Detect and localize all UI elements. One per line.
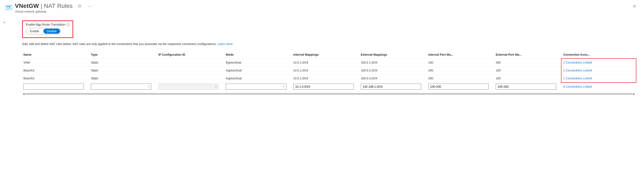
cell-intport: 200 bbox=[427, 74, 494, 82]
cell-name: Branch1 bbox=[22, 67, 90, 74]
ellipsis-icon: ··· bbox=[88, 4, 93, 8]
cell-type: Static bbox=[90, 59, 157, 67]
expand-panel-button[interactable]: » bbox=[2, 20, 6, 25]
cell-extmap: 100.0.2.0/24 bbox=[360, 67, 427, 74]
cell-intmap: 10.0.1.0/24 bbox=[292, 67, 360, 74]
bgp-toggle-section: Enable Bgp Route Translation i Enable Di… bbox=[22, 21, 73, 38]
scroll-right-icon: ▶ bbox=[632, 93, 636, 95]
connections-link[interactable]: 1 Connections Linked bbox=[563, 69, 592, 72]
cell-mode: IngressSnat bbox=[224, 74, 292, 82]
svg-rect-0 bbox=[6, 5, 12, 10]
scroll-track bbox=[25, 93, 632, 95]
connections-link[interactable]: 2 Connections Linked bbox=[563, 61, 592, 64]
cell-intmap: 10.0.1.0/24 bbox=[292, 74, 360, 82]
col-type[interactable]: Type bbox=[90, 51, 157, 59]
new-type-select[interactable]: ▽ bbox=[91, 84, 151, 89]
close-icon bbox=[632, 4, 636, 8]
bgp-disable-button[interactable]: Disable bbox=[44, 29, 60, 34]
cell-ipconf bbox=[157, 74, 224, 82]
col-ipconf[interactable]: IP Configuration ID bbox=[157, 51, 224, 59]
new-mode-select[interactable]: ▽ bbox=[226, 84, 286, 89]
chevron-down-icon: ▽ bbox=[283, 85, 284, 88]
table-row[interactable]: VNet Static EgressSnat 10.0.1.0/24 100.0… bbox=[22, 59, 636, 67]
description-text: Add, edit and delete NAT rules below. NA… bbox=[22, 42, 636, 46]
cell-extport: 200 bbox=[494, 59, 562, 67]
title-separator: | bbox=[39, 3, 44, 9]
new-extport-input[interactable] bbox=[496, 84, 556, 89]
bgp-enable-button[interactable]: Enable bbox=[26, 28, 43, 34]
cell-intport: 200 bbox=[427, 67, 494, 74]
learn-more-link[interactable]: Learn more bbox=[218, 42, 233, 46]
cell-intmap: 10.0.1.0/24 bbox=[292, 59, 360, 67]
connections-link[interactable]: 1 Connections Linked bbox=[563, 77, 592, 80]
table-row[interactable]: Branch2 Static IngressSnat 10.0.1.0/24 1… bbox=[22, 74, 636, 82]
table-header-row: Name Type IP Configuration ID Mode Inter… bbox=[22, 51, 636, 59]
cell-name: VNet bbox=[22, 59, 90, 67]
resource-type-subtitle: Virtual network gateway bbox=[15, 10, 636, 13]
more-button[interactable]: ··· bbox=[86, 3, 94, 9]
star-icon bbox=[78, 4, 82, 8]
chevron-down-icon: ▽ bbox=[148, 85, 149, 88]
new-extmap-input[interactable] bbox=[361, 84, 421, 89]
cell-type: Static bbox=[90, 74, 157, 82]
resource-name: VNetGW bbox=[15, 3, 39, 9]
cell-extport: 100 bbox=[494, 67, 562, 74]
cell-extmap: 100.0.3.0/24 bbox=[360, 74, 427, 82]
cell-extport: 100 bbox=[494, 74, 562, 82]
col-conn[interactable]: Connection Asso... bbox=[562, 51, 636, 59]
chevron-double-right-icon: » bbox=[4, 21, 5, 24]
description-body: Add, edit and delete NAT rules below. NA… bbox=[22, 42, 218, 46]
col-mode[interactable]: Mode bbox=[224, 51, 292, 59]
new-ipconf-select: ▽ bbox=[158, 84, 219, 89]
bgp-toggle-group: Enable Disable bbox=[26, 28, 61, 34]
connections-link[interactable]: 0 Connections Linked bbox=[563, 85, 592, 88]
scroll-left-icon: ◀ bbox=[22, 93, 25, 95]
new-intmap-input[interactable] bbox=[294, 84, 354, 89]
cell-mode: EgressSnat bbox=[224, 59, 292, 67]
bgp-toggle-label-row: Enable Bgp Route Translation i bbox=[26, 23, 70, 26]
page-header: VNetGW | NAT Rules ··· Virtual network g… bbox=[5, 3, 636, 13]
cell-intport: 100 bbox=[427, 59, 494, 67]
cell-name: Branch2 bbox=[22, 74, 90, 82]
col-extport[interactable]: External Port Ma... bbox=[494, 51, 562, 59]
page-title: VNetGW | NAT Rules bbox=[15, 3, 72, 9]
new-intport-input[interactable] bbox=[428, 84, 489, 89]
info-icon[interactable]: i bbox=[66, 23, 70, 26]
cell-ipconf bbox=[157, 67, 224, 74]
cell-extmap: 100.0.1.0/24 bbox=[360, 59, 427, 67]
nat-rules-table: Name Type IP Configuration ID Mode Inter… bbox=[22, 51, 636, 91]
cell-mode: IngressSnat bbox=[224, 67, 292, 74]
bgp-toggle-label: Enable Bgp Route Translation bbox=[26, 23, 65, 26]
favorite-button[interactable] bbox=[76, 3, 83, 9]
page-name: NAT Rules bbox=[44, 3, 73, 9]
col-intport[interactable]: Internal Port Ma... bbox=[427, 51, 494, 59]
cell-ipconf bbox=[157, 59, 224, 67]
chevron-down-icon: ▽ bbox=[215, 85, 217, 88]
col-intmap[interactable]: Internal Mappings bbox=[292, 51, 360, 59]
gateway-icon bbox=[5, 4, 12, 11]
table-row[interactable]: Branch1 Static IngressSnat 10.0.1.0/24 1… bbox=[22, 67, 636, 74]
horizontal-scrollbar[interactable]: ◀ ▶ bbox=[22, 92, 636, 96]
new-rule-row: ▽ ▽ ▽ 0 Connections Linked bbox=[22, 82, 636, 91]
new-name-input[interactable] bbox=[24, 84, 84, 89]
close-button[interactable] bbox=[631, 3, 638, 9]
col-extmap[interactable]: External Mappings bbox=[360, 51, 427, 59]
col-name[interactable]: Name bbox=[22, 51, 90, 59]
cell-type: Static bbox=[90, 67, 157, 74]
nat-rules-table-wrap: Name Type IP Configuration ID Mode Inter… bbox=[22, 51, 636, 96]
